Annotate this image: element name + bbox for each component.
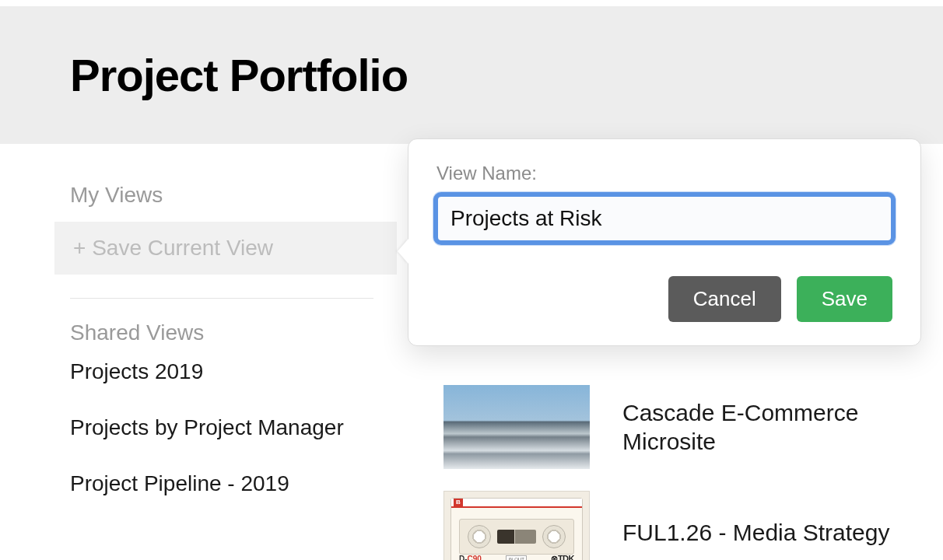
shared-view-item[interactable]: Project Pipeline - 2019 xyxy=(70,471,389,496)
page-title: Project Portfolio xyxy=(70,49,943,101)
project-thumbnail-mountain xyxy=(443,385,590,469)
popover-arrow-icon xyxy=(398,239,408,264)
view-name-label: View Name: xyxy=(436,163,892,184)
project-title: Cascade E-Commerce Microsite xyxy=(622,398,943,457)
shared-view-item[interactable]: Projects by Project Manager xyxy=(70,415,389,440)
view-name-input[interactable] xyxy=(436,195,892,242)
project-row[interactable]: Cascade E-Commerce Microsite xyxy=(443,385,943,469)
cassette-model: D-C90 xyxy=(459,555,482,560)
save-current-view-label: + Save Current View xyxy=(73,236,273,260)
cassette-brand-tdk: ⊗TDK xyxy=(551,554,574,560)
sidebar: My Views + Save Current View Shared View… xyxy=(0,183,397,560)
project-row[interactable]: B D-C90 IN OUT ⊗TDK FUL1.26 - Media Stra… xyxy=(443,491,943,560)
cassette-reel-left xyxy=(468,525,491,548)
cassette-inout: IN OUT xyxy=(506,555,526,561)
cassette-stripe: B xyxy=(451,499,582,508)
cancel-button[interactable]: Cancel xyxy=(668,276,781,322)
cassette-body: B D-C90 IN OUT ⊗TDK xyxy=(450,498,583,560)
project-thumbnail-cassette: B D-C90 IN OUT ⊗TDK xyxy=(443,491,590,560)
cassette-footer: D-C90 IN OUT ⊗TDK xyxy=(459,554,574,560)
my-views-heading: My Views xyxy=(70,183,389,208)
cassette-brand-badge: B xyxy=(454,499,463,506)
project-title: FUL1.26 - Media Strategy xyxy=(622,518,890,548)
save-current-view-button[interactable]: + Save Current View xyxy=(54,222,397,275)
page-header: Project Portfolio xyxy=(0,0,943,144)
popover-actions: Cancel Save xyxy=(436,276,892,322)
save-view-popover: View Name: Cancel Save xyxy=(408,138,921,346)
save-button[interactable]: Save xyxy=(797,276,892,322)
cassette-reels xyxy=(459,519,574,555)
cassette-tape-window xyxy=(497,530,536,544)
shared-view-item[interactable]: Projects 2019 xyxy=(70,359,389,384)
shared-views-heading: Shared Views xyxy=(70,320,389,345)
cassette-reel-right xyxy=(542,525,566,548)
sidebar-divider xyxy=(70,298,373,299)
